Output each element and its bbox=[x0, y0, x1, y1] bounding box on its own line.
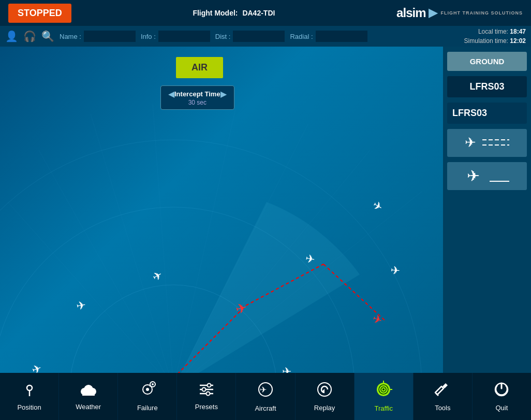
presets-icon bbox=[199, 382, 214, 400]
name-label: Name : bbox=[60, 33, 81, 40]
ground-button[interactable]: GROUND bbox=[447, 52, 527, 71]
header: STOPPED Flight Model: DA42-TDI alsim ▶ F… bbox=[0, 0, 531, 26]
nav-position[interactable]: Position bbox=[0, 373, 59, 420]
nav-aircraft-label: Aircraft bbox=[255, 404, 276, 412]
radial-input[interactable] bbox=[316, 31, 367, 42]
svg-rect-24 bbox=[82, 392, 95, 396]
nav-quit[interactable]: Quit bbox=[473, 373, 531, 420]
dist-label: Dist : bbox=[215, 33, 231, 40]
svg-point-9 bbox=[0, 207, 355, 373]
replay-icon bbox=[316, 381, 333, 401]
svg-line-11 bbox=[173, 306, 246, 373]
nav-weather[interactable]: Weather bbox=[59, 373, 118, 420]
plane-red-1: ✈ bbox=[233, 299, 248, 318]
svg-point-43 bbox=[382, 388, 385, 390]
air-button[interactable]: AIR bbox=[176, 57, 223, 78]
failure-icon bbox=[139, 381, 156, 401]
flight-model-value: DA42-TDI bbox=[242, 9, 275, 17]
tools-icon bbox=[434, 381, 451, 401]
plane-7: ✈ bbox=[370, 198, 385, 214]
nav-tools[interactable]: Tools bbox=[414, 373, 473, 420]
svg-point-28 bbox=[146, 388, 149, 391]
toolbar: 👤 🎧 🔍 Name : Info : Dist : Radial : Loca… bbox=[0, 26, 531, 47]
panel-taxi-button[interactable]: ✈ bbox=[447, 162, 527, 190]
flight-model-prefix: Flight Model: bbox=[193, 9, 238, 17]
svg-line-7 bbox=[173, 192, 422, 373]
plane-4: ✈ bbox=[282, 365, 291, 373]
nav-traffic-label: Traffic bbox=[375, 404, 393, 412]
nav-failure[interactable]: Failure bbox=[118, 373, 177, 420]
info-input[interactable] bbox=[158, 31, 210, 42]
dist-field: Dist : bbox=[215, 31, 285, 42]
nav-replay-label: Replay bbox=[314, 404, 335, 412]
svg-point-33 bbox=[207, 384, 211, 387]
nav-traffic[interactable]: Traffic bbox=[355, 373, 414, 420]
runway-label-1: LFRS03 bbox=[447, 76, 527, 97]
svg-line-4 bbox=[173, 109, 235, 373]
logo: alsim ▶ FLIGHT TRAINING SOLUTIONS bbox=[396, 6, 523, 20]
intercept-title: Intercept Time bbox=[174, 90, 220, 98]
plane-2: ✈ bbox=[76, 299, 87, 314]
intercept-prev-button[interactable]: ◀ bbox=[168, 89, 174, 99]
nav-aircraft[interactable]: ✈ Aircraft bbox=[236, 373, 295, 420]
runway-label-2: LFRS03 bbox=[447, 103, 527, 124]
intercept-arrows: ◀ Intercept Time ▶ bbox=[168, 89, 227, 99]
taxi-icon: ✈ bbox=[464, 167, 510, 185]
svg-line-6 bbox=[173, 150, 370, 373]
plane-3: ✈ bbox=[150, 268, 165, 284]
svg-text:✈: ✈ bbox=[467, 167, 480, 184]
intercept-value: 30 sec bbox=[168, 99, 227, 106]
main-area: ✈ ✈ ✈ ✈ ✈ ✈ ✈ ✈ ✈ ✈ AIR ◀ Intercept Time… bbox=[0, 47, 531, 373]
intercept-next-button[interactable]: ▶ bbox=[220, 89, 227, 99]
info-label: Info : bbox=[141, 33, 156, 40]
nav-weather-label: Weather bbox=[76, 403, 101, 411]
weather-icon bbox=[80, 382, 97, 400]
svg-line-12 bbox=[246, 264, 323, 306]
nav-position-label: Position bbox=[17, 403, 41, 411]
stopped-button[interactable]: STOPPED bbox=[8, 4, 71, 23]
nav-quit-label: Quit bbox=[496, 404, 508, 412]
quit-icon bbox=[493, 381, 510, 401]
svg-line-2 bbox=[91, 114, 173, 373]
svg-line-27 bbox=[150, 386, 151, 386]
headset-icon[interactable]: 🎧 bbox=[23, 30, 36, 42]
sim-time: Simulation time: 12:02 bbox=[464, 36, 526, 46]
users-icon[interactable]: 👤 bbox=[5, 30, 18, 42]
svg-line-0 bbox=[8, 202, 173, 373]
panel-approach-button[interactable]: ✈ bbox=[447, 129, 527, 157]
search-icon[interactable]: 🔍 bbox=[41, 30, 54, 42]
svg-text:✈: ✈ bbox=[260, 385, 267, 394]
name-input[interactable] bbox=[84, 31, 136, 42]
svg-point-34 bbox=[202, 388, 205, 392]
map[interactable]: ✈ ✈ ✈ ✈ ✈ ✈ ✈ ✈ ✈ ✈ AIR ◀ Intercept Time… bbox=[0, 47, 443, 373]
radial-field: Radial : bbox=[290, 31, 367, 42]
plane-6: ✈ bbox=[390, 264, 401, 278]
dist-input[interactable] bbox=[233, 31, 285, 42]
svg-point-35 bbox=[206, 392, 210, 396]
name-field: Name : bbox=[60, 31, 136, 42]
logo-subtitle: FLIGHT TRAINING SOLUTIONS bbox=[440, 10, 523, 16]
nav-replay[interactable]: Replay bbox=[296, 373, 355, 420]
plane-1: ✈ bbox=[30, 361, 43, 373]
svg-point-8 bbox=[70, 285, 277, 373]
local-time: Local time: 18:47 bbox=[464, 27, 526, 36]
traffic-icon bbox=[375, 381, 392, 402]
svg-line-3 bbox=[153, 104, 173, 373]
nav-presets-label: Presets bbox=[195, 403, 218, 411]
plane-5: ✈ bbox=[304, 252, 316, 267]
nav-tools-label: Tools bbox=[435, 404, 450, 412]
aircraft-icon: ✈ bbox=[257, 381, 274, 402]
nav-presets[interactable]: Presets bbox=[177, 373, 236, 420]
plane-red-2: ✈ bbox=[371, 312, 384, 328]
svg-line-1 bbox=[39, 150, 173, 373]
logo-text: alsim bbox=[396, 6, 425, 20]
bottom-nav: Position Weather Failure bbox=[0, 373, 531, 420]
right-panel: GROUND LFRS03 LFRS03 ✈ ✈ bbox=[443, 47, 531, 373]
svg-point-19 bbox=[27, 385, 32, 390]
logo-arrow: ▶ bbox=[429, 6, 437, 20]
approach-icon: ✈ bbox=[464, 134, 510, 152]
intercept-time-box: ◀ Intercept Time ▶ 30 sec bbox=[160, 85, 234, 110]
svg-text:✈: ✈ bbox=[465, 135, 476, 150]
time-display: Local time: 18:47 Simulation time: 12:02 bbox=[464, 27, 526, 46]
svg-line-5 bbox=[173, 124, 308, 373]
